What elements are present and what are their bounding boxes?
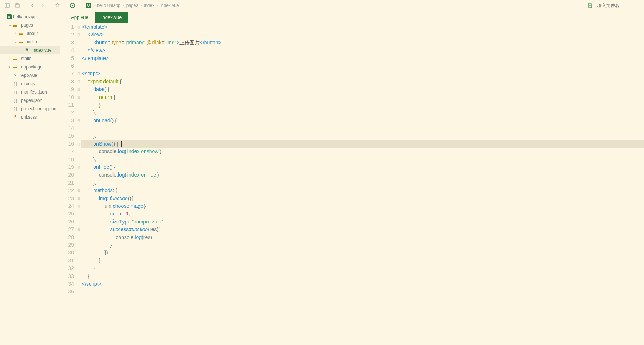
code-line-10[interactable]: return {: [81, 94, 644, 101]
fold-toggle[interactable]: ⊟: [76, 23, 81, 31]
file-icon: [ ]: [12, 98, 18, 103]
fold-toggle: [76, 62, 81, 70]
fold-toggle[interactable]: ⊟: [76, 195, 81, 202]
chevron-icon: ⌄: [13, 40, 18, 44]
fold-toggle: [76, 124, 81, 132]
code-line-27[interactable]: success:function(res){: [81, 226, 644, 233]
code-line-18[interactable]: },: [81, 156, 644, 163]
code-line-29[interactable]: }: [81, 241, 644, 249]
code-line-6[interactable]: [81, 62, 644, 70]
code-line-25[interactable]: count: 9,: [81, 210, 644, 218]
code-editor[interactable]: 1234567891011121314151617181920212223242…: [60, 23, 644, 345]
chevron-icon: ›: [7, 56, 12, 60]
fold-toggle: [76, 55, 81, 62]
code-line-12[interactable]: },: [81, 109, 644, 116]
code-line-7[interactable]: <script>: [81, 70, 644, 78]
code-line-22[interactable]: methods: {: [81, 187, 644, 194]
code-line-11[interactable]: }: [81, 101, 644, 109]
breadcrumb-item[interactable]: index.vue: [160, 3, 179, 8]
fold-toggle[interactable]: ⊟: [76, 78, 81, 86]
run-button[interactable]: [68, 1, 77, 10]
code-line-3[interactable]: <button type="primary" @click="img">上传图片…: [81, 39, 644, 47]
code-line-13[interactable]: onLoad() {: [81, 117, 644, 124]
code-line-24[interactable]: uni.chooseImage({: [81, 202, 644, 210]
folder-icon: ▬: [12, 23, 18, 28]
tree-item-label: uni.scss: [21, 115, 37, 120]
fold-toggle: [76, 280, 81, 288]
tree-item-static[interactable]: ›▬static: [0, 54, 60, 63]
breadcrumb-item[interactable]: pages: [126, 3, 138, 8]
fold-toggle[interactable]: ⊟: [76, 187, 81, 194]
tree-item-App-vue[interactable]: VApp.vue: [0, 71, 60, 79]
fold-toggle: [76, 179, 81, 187]
code-line-5[interactable]: </template>: [81, 55, 644, 62]
separator: [80, 2, 80, 9]
tab-App-vue[interactable]: App.vue: [64, 12, 95, 23]
breadcrumb-item[interactable]: hello uniapp: [97, 3, 120, 8]
code-line-19[interactable]: onHide() {: [81, 163, 644, 171]
fold-toggle[interactable]: ⊟: [76, 226, 81, 233]
tree-item-pages[interactable]: ⌄▬pages: [0, 21, 60, 29]
breadcrumb-item[interactable]: index: [144, 3, 154, 8]
code-line-23[interactable]: img: function(){: [81, 195, 644, 202]
fold-toggle: [76, 132, 81, 140]
tree-item-main-js[interactable]: [ ]main.js: [0, 79, 60, 88]
code-line-26[interactable]: sizeType:"compressed",: [81, 218, 644, 226]
code-line-21[interactable]: },: [81, 179, 644, 187]
tree-item-index-vue[interactable]: Vindex.vue: [0, 46, 60, 54]
code-line-28[interactable]: console.log(res): [81, 234, 644, 241]
forward-button[interactable]: [38, 1, 47, 10]
code-line-31[interactable]: }: [81, 257, 644, 265]
tree-item-manifest-json[interactable]: [ ]manifest.json: [0, 88, 60, 96]
fold-toggle[interactable]: ⊟: [76, 140, 81, 148]
text-cursor: [121, 141, 122, 147]
tree-item-pages-json[interactable]: [ ]pages.json: [0, 96, 60, 104]
code-content[interactable]: <template> <view> <button type="primary"…: [81, 23, 644, 345]
code-line-33[interactable]: }: [81, 273, 644, 280]
folder-icon: ▬: [12, 64, 18, 70]
bookmark-button[interactable]: [53, 1, 62, 10]
code-line-34[interactable]: </script>: [81, 280, 644, 288]
tree-item-label: unpackage: [21, 64, 43, 70]
code-line-14[interactable]: [81, 124, 644, 132]
code-line-8[interactable]: export default {: [81, 78, 644, 86]
fold-toggle[interactable]: ⊟: [76, 163, 81, 171]
fold-toggle[interactable]: ⊟: [76, 94, 81, 101]
new-file-button[interactable]: [586, 1, 594, 10]
fold-toggle: [76, 265, 81, 272]
code-line-15[interactable]: },: [81, 132, 644, 140]
tree-item-label: static: [21, 56, 31, 61]
tree-item-project-config-json[interactable]: [ ]project.config.json: [0, 104, 60, 113]
code-line-20[interactable]: console.log('index onhide'): [81, 171, 644, 179]
code-line-32[interactable]: }: [81, 265, 644, 272]
fold-toggle[interactable]: ⊟: [76, 117, 81, 124]
fold-toggle[interactable]: ⊟: [76, 86, 81, 93]
file-icon: [ ]: [12, 90, 18, 94]
code-line-9[interactable]: data() {: [81, 86, 644, 93]
code-line-17[interactable]: console.log('index onshow'): [81, 148, 644, 155]
back-button[interactable]: [28, 1, 37, 10]
code-line-30[interactable]: }): [81, 249, 644, 257]
fold-toggle[interactable]: ⊟: [76, 70, 81, 78]
fold-toggle: [76, 101, 81, 109]
tree-item-uni-scss[interactable]: Suni.scss: [0, 113, 60, 121]
tree-item-unpackage[interactable]: ›▬unpackage: [0, 63, 60, 71]
save-button[interactable]: [13, 1, 22, 10]
filename-search-input[interactable]: [597, 3, 641, 8]
toggle-sidebar-button[interactable]: [3, 1, 12, 10]
code-line-1[interactable]: <template>: [81, 23, 644, 31]
code-line-16[interactable]: onShow() {: [81, 140, 644, 148]
tree-item-hello-uniapp[interactable]: ⌄Uhello uniapp: [0, 12, 60, 21]
fold-toggle[interactable]: ⊟: [76, 31, 81, 39]
fold-toggle[interactable]: ⊟: [76, 202, 81, 210]
code-line-4[interactable]: </view>: [81, 47, 644, 54]
tree-item-about[interactable]: ›▬about: [0, 29, 60, 37]
tree-item-index[interactable]: ⌄▬index: [0, 37, 60, 46]
fold-toggle: [76, 234, 81, 241]
file-explorer-sidebar: ⌄Uhello uniapp⌄▬pages›▬about⌄▬indexVinde…: [0, 11, 60, 345]
separator: [50, 2, 50, 9]
folder-icon: ▬: [18, 31, 24, 36]
code-line-2[interactable]: <view>: [81, 31, 644, 39]
tab-index-vue[interactable]: index.vue: [95, 12, 129, 23]
code-line-35[interactable]: [81, 288, 644, 296]
